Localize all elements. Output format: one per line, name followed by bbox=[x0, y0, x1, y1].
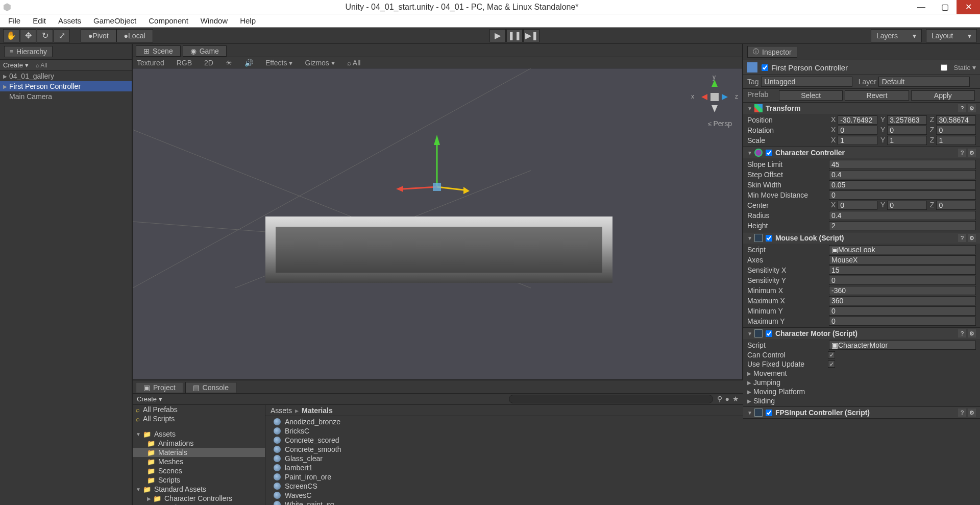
gear-icon[interactable]: ⚙ bbox=[968, 234, 976, 242]
search-filter-button[interactable]: ★ bbox=[732, 395, 739, 403]
maximize-button[interactable]: ▢ bbox=[933, 0, 957, 14]
scale-y-field[interactable]: 1 bbox=[887, 136, 927, 145]
menu-gameobject[interactable]: GameObject bbox=[87, 14, 142, 27]
collapse-icon[interactable]: ▼ bbox=[747, 410, 752, 416]
expand-icon[interactable]: ▶ bbox=[3, 74, 7, 79]
layer-dropdown[interactable]: Default bbox=[878, 77, 970, 87]
max-x-field[interactable]: 360 bbox=[829, 296, 976, 305]
scale-tool-button[interactable]: ⤢ bbox=[54, 29, 70, 42]
scene-viewport[interactable]: y x z ≤ Persp bbox=[133, 68, 742, 379]
min-move-field[interactable]: 0 bbox=[829, 190, 976, 200]
min-x-field[interactable]: -360 bbox=[829, 286, 976, 295]
hand-tool-button[interactable]: ✋ bbox=[3, 29, 19, 42]
help-icon[interactable]: ? bbox=[958, 408, 966, 417]
center-z-field[interactable]: 0 bbox=[936, 201, 976, 210]
asset-item[interactable]: ScreenCS bbox=[271, 482, 738, 491]
project-search-input[interactable] bbox=[509, 395, 713, 403]
inspector-tab[interactable]: ⓘInspector bbox=[747, 46, 797, 58]
collapse-icon[interactable]: ▼ bbox=[747, 150, 752, 156]
center-x-field[interactable]: 0 bbox=[838, 201, 877, 210]
breadcrumb-materials[interactable]: Materials bbox=[302, 406, 333, 415]
pivot-toggle[interactable]: ● Pivot bbox=[81, 29, 116, 42]
radius-field[interactable]: 0.4 bbox=[829, 211, 976, 220]
prefab-select-button[interactable]: Select bbox=[779, 90, 843, 101]
scale-z-field[interactable]: 1 bbox=[936, 136, 976, 145]
folder-std-scripts[interactable]: ▶📁Scripts bbox=[133, 503, 265, 505]
menu-file[interactable]: File bbox=[2, 14, 27, 27]
position-x-field[interactable]: -30.76492 bbox=[838, 115, 877, 125]
folder-materials[interactable]: 📁Materials bbox=[133, 448, 265, 457]
asset-item[interactable]: Concrete_scored bbox=[271, 436, 738, 445]
audio-icon[interactable]: 🔊 bbox=[244, 59, 253, 67]
filter-prefabs[interactable]: ⌕All Prefabs bbox=[133, 405, 265, 414]
center-y-field[interactable]: 0 bbox=[887, 201, 927, 210]
play-button[interactable]: ▶ bbox=[489, 29, 506, 42]
menu-window[interactable]: Window bbox=[194, 14, 234, 27]
asset-item[interactable]: Paint_iron_ore bbox=[271, 472, 738, 482]
component-enabled-checkbox[interactable] bbox=[766, 410, 772, 416]
component-enabled-checkbox[interactable] bbox=[766, 150, 772, 156]
pause-button[interactable]: ❚❚ bbox=[506, 29, 523, 42]
skin-width-field[interactable]: 0.05 bbox=[829, 180, 976, 189]
scene-tab[interactable]: ⊞Scene bbox=[136, 45, 181, 57]
rotation-z-field[interactable]: 0 bbox=[936, 126, 976, 135]
move-tool-button[interactable]: ✥ bbox=[20, 29, 36, 42]
gear-icon[interactable]: ⚙ bbox=[968, 408, 976, 417]
position-y-field[interactable]: 3.257863 bbox=[887, 115, 927, 125]
movement-foldout[interactable]: Movement bbox=[753, 369, 787, 377]
jumping-foldout[interactable]: Jumping bbox=[753, 378, 780, 387]
local-toggle[interactable]: ● Local bbox=[116, 29, 153, 42]
minimize-button[interactable]: — bbox=[910, 0, 933, 14]
breadcrumb-assets[interactable]: Assets bbox=[271, 406, 292, 415]
render-mode-dropdown[interactable]: RGB bbox=[177, 59, 192, 67]
scene-search[interactable]: ⌕ All bbox=[347, 59, 361, 67]
asset-item[interactable]: Concrete_smooth bbox=[271, 445, 738, 454]
gear-icon[interactable]: ⚙ bbox=[968, 149, 976, 157]
min-y-field[interactable]: 0 bbox=[829, 306, 976, 316]
folder-assets[interactable]: ▼📁Assets bbox=[133, 429, 265, 439]
use-fixed-checkbox[interactable]: ✓ bbox=[828, 360, 835, 368]
can-control-checkbox[interactable]: ✓ bbox=[828, 351, 835, 358]
folder-animations[interactable]: 📁Animations bbox=[133, 439, 265, 448]
hierarchy-create-dropdown[interactable]: Create ▾ bbox=[3, 61, 29, 69]
folder-character-controllers[interactable]: ▶📁Character Controllers bbox=[133, 494, 265, 503]
asset-item[interactable]: BricksC bbox=[271, 426, 738, 436]
shading-mode-dropdown[interactable]: Textured bbox=[137, 59, 164, 67]
axes-dropdown[interactable]: MouseX bbox=[829, 255, 976, 264]
folder-meshes[interactable]: 📁Meshes bbox=[133, 457, 265, 466]
hierarchy-item-gallery[interactable]: ▶04_01_gallery bbox=[0, 71, 132, 81]
search-filter-button[interactable]: ⚲ bbox=[717, 395, 722, 403]
menu-edit[interactable]: Edit bbox=[27, 14, 52, 27]
filter-scripts[interactable]: ⌕All Scripts bbox=[133, 414, 265, 423]
collapse-icon[interactable]: ▼ bbox=[747, 331, 752, 336]
search-filter-button[interactable]: ● bbox=[725, 395, 729, 403]
asset-item[interactable]: White_paint_sg bbox=[271, 500, 738, 505]
rotation-y-field[interactable]: 0 bbox=[887, 126, 927, 135]
folder-scenes[interactable]: 📁Scenes bbox=[133, 466, 265, 475]
effects-dropdown[interactable]: Effects ▾ bbox=[265, 59, 292, 67]
menu-help[interactable]: Help bbox=[234, 14, 262, 27]
help-icon[interactable]: ? bbox=[958, 329, 966, 338]
slope-limit-field[interactable]: 45 bbox=[829, 160, 976, 169]
rotation-x-field[interactable]: 0 bbox=[838, 126, 877, 135]
collapse-icon[interactable]: ▼ bbox=[747, 235, 752, 241]
close-button[interactable]: ✕ bbox=[957, 0, 980, 14]
project-tab[interactable]: ▣Project bbox=[136, 382, 183, 393]
rotate-tool-button[interactable]: ↻ bbox=[37, 29, 53, 42]
light-icon[interactable]: ☀ bbox=[226, 59, 232, 67]
folder-standard-assets[interactable]: ▼📁Standard Assets bbox=[133, 485, 265, 494]
help-icon[interactable]: ? bbox=[958, 104, 966, 112]
step-button[interactable]: ▶❚ bbox=[523, 29, 540, 42]
hierarchy-search[interactable]: ⌕ All bbox=[36, 62, 47, 69]
expand-icon[interactable]: ▶ bbox=[3, 84, 7, 89]
asset-item[interactable]: WavesC bbox=[271, 491, 738, 500]
component-enabled-checkbox[interactable] bbox=[766, 330, 772, 337]
height-field[interactable]: 2 bbox=[829, 221, 976, 230]
scale-x-field[interactable]: 1 bbox=[838, 136, 877, 145]
game-tab[interactable]: ◉Game bbox=[183, 45, 227, 57]
step-offset-field[interactable]: 0.4 bbox=[829, 170, 976, 179]
tag-dropdown[interactable]: Untagged bbox=[761, 77, 852, 87]
help-icon[interactable]: ? bbox=[958, 149, 966, 157]
gear-icon[interactable]: ⚙ bbox=[968, 104, 976, 112]
sensitivity-x-field[interactable]: 15 bbox=[829, 266, 976, 275]
